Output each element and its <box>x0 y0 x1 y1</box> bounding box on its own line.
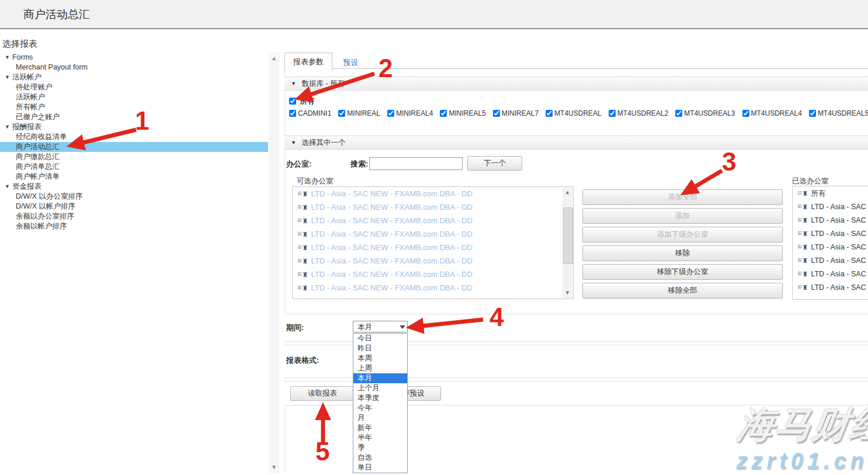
period-option[interactable]: 本周 <box>353 353 407 363</box>
available-office-item[interactable]: ⊞♜LTD - Asia - SAC NEW - FXAMB.com DBA -… <box>293 268 573 281</box>
db-checkbox[interactable] <box>546 110 553 117</box>
add-button[interactable]: 添加 <box>582 208 783 224</box>
add-suboffices-button[interactable]: 添加下级办公室 <box>582 227 783 242</box>
remove-button[interactable]: 移除 <box>582 245 783 261</box>
tree-group[interactable]: ▼资金报表 <box>0 182 268 192</box>
tree-item[interactable]: 商户帐户清单 <box>0 172 268 182</box>
expand-plus-icon[interactable]: ⊞ <box>797 271 802 276</box>
scrollbar-thumb[interactable] <box>563 207 573 264</box>
selected-office-item[interactable]: ⊞♜LTD - Asia - SAC N <box>793 280 868 294</box>
tree-item[interactable]: 活跃帐户 <box>0 92 268 102</box>
available-office-item[interactable]: ⊞♜LTD - Asia - SAC NEW - FXAMB.com DBA -… <box>293 281 573 294</box>
tree-collapse-icon[interactable]: ▼ <box>5 72 10 82</box>
available-office-item[interactable]: ⊞♜LTD - Asia - SAC NEW - FXAMB.com DBA -… <box>293 227 573 241</box>
period-option[interactable]: 月 <box>353 413 407 423</box>
tree-item[interactable]: D/W/X 以办公室排序 <box>0 192 268 202</box>
db-checkbox[interactable] <box>609 110 616 117</box>
tree-collapse-icon[interactable]: ▼ <box>5 122 10 132</box>
scroll-down-icon[interactable]: ▼ <box>269 463 279 472</box>
expand-plus-icon[interactable]: ⊞ <box>797 203 802 209</box>
period-option[interactable]: 上周 <box>353 363 407 373</box>
expand-plus-icon[interactable]: ⊞ <box>297 204 302 210</box>
db-checkbox-item[interactable]: MINIREAL4 <box>387 109 433 117</box>
section-office-header[interactable]: ▼ 选择其中一个 <box>284 136 868 150</box>
add-all-button[interactable]: 添加全部 <box>582 189 783 205</box>
expand-plus-icon[interactable]: ⊞ <box>797 244 802 249</box>
expand-plus-icon[interactable]: ⊞ <box>797 284 802 290</box>
db-checkbox[interactable] <box>742 110 749 117</box>
expand-plus-icon[interactable]: ⊞ <box>297 244 302 250</box>
tree-item[interactable]: 待处理账户 <box>0 82 268 92</box>
db-checkbox[interactable] <box>809 110 816 117</box>
period-option[interactable]: 本月 <box>353 373 407 383</box>
expand-plus-icon[interactable]: ⊞ <box>297 190 302 196</box>
selected-office-item[interactable]: ⊞♜LTD - Asia - SAC N <box>793 267 868 280</box>
period-select[interactable]: 本月 <box>353 321 408 332</box>
db-checkbox[interactable] <box>338 110 345 117</box>
available-list-scrollbar[interactable]: ▲ ▼ <box>563 188 572 298</box>
scroll-down-icon[interactable]: ▼ <box>563 289 572 297</box>
tree-item[interactable]: 经纪商收益清单 <box>0 132 268 142</box>
db-checkbox[interactable] <box>675 110 682 117</box>
available-office-item[interactable]: ⊞♜LTD - Asia - SAC NEW - FXAMB.com DBA -… <box>293 200 573 214</box>
tree-group[interactable]: ▼活跃帐户 <box>0 72 268 82</box>
db-checkbox[interactable] <box>493 110 500 117</box>
period-dropdown-list[interactable]: 今日昨日本周上周本月上个月本季度今年月新年半年季自选单日 <box>353 333 408 473</box>
period-option[interactable]: 本季度 <box>353 393 407 403</box>
available-offices-list[interactable]: ⊞♜LTD - Asia - SAC NEW - FXAMB.com DBA -… <box>292 186 574 299</box>
period-option[interactable]: 季 <box>353 443 407 453</box>
available-office-item[interactable]: ⊞♜LTD - Asia - SAC NEW - FXAMB.com DBA -… <box>293 187 573 200</box>
tree-item[interactable]: 所有帐户 <box>0 102 268 112</box>
period-option[interactable]: 半年 <box>353 433 407 443</box>
available-office-item[interactable]: ⊞♜LTD - Asia - SAC NEW - FXAMB.com DBA -… <box>293 214 573 227</box>
selected-office-item[interactable]: ⊞♜LTD - Asia - SAC N <box>793 227 868 240</box>
section-database-header[interactable]: ▼ 数据库 - 所有 <box>284 77 868 91</box>
next-button[interactable]: 下一个 <box>467 156 522 171</box>
expand-plus-icon[interactable]: ⊞ <box>297 217 302 223</box>
load-report-button[interactable]: 读取报表 <box>290 386 355 401</box>
tree-item[interactable]: 商户缴款总汇 <box>0 152 268 162</box>
selected-office-item[interactable]: ⊟♜所有 <box>793 186 868 200</box>
scroll-up-icon[interactable]: ▲ <box>269 54 279 63</box>
db-checkbox-item[interactable]: MT4USDREAL4 <box>742 109 802 117</box>
expand-minus-icon[interactable]: ⊟ <box>797 190 802 196</box>
remove-all-button[interactable]: 移除全部 <box>582 283 783 299</box>
period-option[interactable]: 自选 <box>353 453 407 463</box>
db-checkbox-item[interactable]: CADMINI1 <box>289 109 331 117</box>
expand-plus-icon[interactable]: ⊞ <box>297 258 302 263</box>
tree-item[interactable]: 商户清单总汇 <box>0 162 268 172</box>
selected-offices-list[interactable]: ⊟♜所有⊞♜LTD - Asia - SAC N⊞♜LTD - Asia - S… <box>792 186 868 300</box>
expand-plus-icon[interactable]: ⊞ <box>797 217 802 223</box>
db-checkbox-item[interactable]: MINIREAL7 <box>493 109 539 117</box>
expand-plus-icon[interactable]: ⊞ <box>297 285 302 290</box>
db-all-checkbox[interactable] <box>289 98 296 105</box>
office-search-input[interactable] <box>369 157 463 170</box>
db-checkbox[interactable] <box>387 110 394 117</box>
selected-office-item[interactable]: ⊞♜LTD - Asia - SAC N <box>793 213 868 227</box>
main-vertical-scrollbar[interactable]: ▲ ▼ <box>269 53 279 473</box>
tree-collapse-icon[interactable]: ▼ <box>5 182 10 192</box>
tree-collapse-icon[interactable]: ▼ <box>5 53 10 63</box>
tree-item[interactable]: Merchant Payout form <box>0 63 268 72</box>
selected-office-item[interactable]: ⊞♜LTD - Asia - SAC N <box>793 240 868 254</box>
tree-group[interactable]: ▼Forms <box>0 53 268 63</box>
remove-suboffices-button[interactable]: 移除下级办公室 <box>582 264 783 280</box>
db-checkbox-item[interactable]: MT4USDREAL <box>546 109 602 117</box>
db-checkbox-item[interactable]: MT4USDREAL2 <box>609 109 668 117</box>
expand-plus-icon[interactable]: ⊞ <box>297 231 302 237</box>
tree-item[interactable]: D/W/X 以帐户排序 <box>0 202 268 212</box>
db-checkbox-item[interactable]: MT4USDREAL3 <box>675 109 735 117</box>
available-office-item[interactable]: ⊞♜LTD - Asia - SAC NEW - FXAMB.com DBA -… <box>293 241 573 254</box>
tree-item[interactable]: 余额以办公室排序 <box>0 212 268 221</box>
tree-item[interactable]: 余额以帐户排序 <box>0 221 268 231</box>
db-checkbox-item[interactable]: MINIREAL <box>338 109 380 117</box>
selected-office-item[interactable]: ⊞♜LTD - Asia - SAC N <box>793 254 868 267</box>
available-office-item[interactable]: ⊞♜LTD - Asia - SAC NEW - FXAMB.com DBA -… <box>293 254 573 268</box>
period-option[interactable]: 上个月 <box>353 383 407 393</box>
tab-report-params[interactable]: 报表参数 <box>284 53 332 71</box>
db-checkbox-item[interactable]: MT4USDREAL5 <box>809 109 868 117</box>
tree-item[interactable]: 已撤户之账户 <box>0 112 268 122</box>
db-checkbox-item[interactable]: MINIREAL5 <box>440 109 485 117</box>
tree-group[interactable]: ▼报酬报表 <box>0 122 268 132</box>
expand-plus-icon[interactable]: ⊞ <box>797 257 802 263</box>
